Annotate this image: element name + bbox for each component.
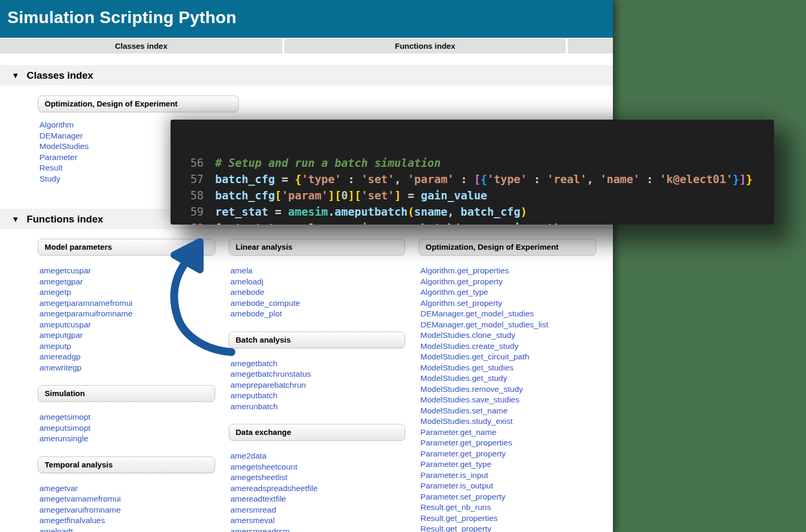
list-item: amegetparamnamefromui — [39, 298, 215, 309]
function-link[interactable]: amegetfinalvalues — [39, 516, 105, 525]
function-link[interactable]: ModelStudies.save_studies — [420, 395, 519, 404]
function-link[interactable]: amela — [230, 266, 252, 275]
function-link[interactable]: amegetbatch — [230, 359, 278, 368]
code-token: ameputbatch — [335, 206, 408, 218]
code-token: 0 — [341, 189, 348, 202]
tab-functions-index[interactable]: Functions index — [284, 39, 566, 54]
class-link[interactable]: Study — [39, 174, 60, 183]
function-link[interactable]: ModelStudies.study_exist — [420, 417, 513, 425]
code-token: ) — [521, 206, 527, 218]
function-link[interactable]: amepreparebatchrun — [230, 380, 306, 389]
function-link-list: amegetcusparamegetgparamegetpamegetparam… — [39, 265, 215, 373]
function-link[interactable]: amegetparamuifromname — [39, 309, 132, 318]
function-link[interactable]: Parameter.set_property — [420, 492, 505, 501]
function-link[interactable]: ModelStudies.get_study — [420, 374, 507, 382]
classes-group-header: Optimization, Design of Experiment — [38, 95, 239, 112]
function-link[interactable]: ame2data — [230, 451, 267, 460]
list-item: Algorithm.set_property — [420, 298, 596, 309]
function-link[interactable]: ameloadt — [39, 527, 73, 532]
function-link-list: amegetvaramegetvarnamefromuiamegetvaruif… — [39, 483, 215, 532]
list-item: amegetfinalvalues — [39, 515, 215, 526]
function-link[interactable]: Parameter.get_type — [420, 460, 491, 469]
function-link[interactable]: amereadgp — [39, 352, 80, 361]
function-link[interactable]: amereadspreadsheetfile — [230, 484, 317, 493]
list-item: ModelStudies.create_study — [420, 341, 596, 352]
function-link[interactable]: Parameter.get_properties — [420, 438, 512, 447]
class-link[interactable]: Parameter — [39, 153, 77, 162]
function-link[interactable]: amereadtextfile — [230, 494, 286, 503]
function-link[interactable]: amewritegp — [39, 363, 81, 372]
function-link[interactable]: ameputbatch — [230, 391, 278, 400]
class-link[interactable]: Result — [39, 163, 62, 172]
function-link[interactable]: Algorithm.get_property — [420, 277, 503, 286]
class-link[interactable]: Algorithm — [39, 120, 73, 129]
function-link[interactable]: amegetgpar — [39, 277, 83, 286]
collapse-triangle-icon[interactable]: ▼ — [12, 71, 19, 80]
function-link[interactable]: ModelStudies.remove_study — [420, 385, 523, 393]
list-item: Parameter — [39, 152, 89, 163]
code-line: 59ret_stat = amesim.ameputbatch(sname, b… — [178, 204, 774, 220]
list-item: ame2data — [230, 451, 405, 462]
function-link[interactable]: amerunsingle — [39, 434, 88, 443]
function-link[interactable]: amerunbatch — [230, 402, 278, 411]
function-link[interactable]: ameputgpar — [39, 331, 83, 339]
function-link[interactable]: Result.get_properties — [420, 514, 497, 523]
list-item: ModelStudies.save_studies — [420, 395, 596, 406]
function-link[interactable]: amegetsheetlist — [230, 473, 288, 482]
function-link[interactable]: Parameter.get_name — [420, 428, 496, 437]
function-link[interactable]: Parameter.is_output — [420, 481, 493, 490]
class-link[interactable]: DEManager — [39, 131, 83, 140]
function-link[interactable]: ameputp — [39, 342, 71, 350]
function-link[interactable]: amegetsimopt — [39, 412, 90, 421]
function-link[interactable]: amebode_plot — [230, 309, 282, 318]
list-item: Result.get_property — [420, 524, 596, 532]
function-link[interactable]: amebode — [230, 288, 264, 296]
function-link[interactable]: amegetvar — [39, 484, 78, 493]
function-link[interactable]: ameputsimopt — [39, 423, 90, 432]
function-link[interactable]: ModelStudies.get_studies — [420, 363, 514, 372]
function-link[interactable]: Algorithm.get_type — [420, 288, 488, 296]
function-link[interactable]: ModelStudies.get_circuit_path — [420, 352, 529, 361]
code-token: msg — [288, 222, 308, 225]
function-link[interactable]: DEManager.get_model_studies_list — [420, 320, 548, 329]
function-group-header: Model parameters — [38, 239, 215, 256]
function-link[interactable]: ameloadj — [230, 277, 263, 286]
function-link[interactable]: amegetcuspar — [39, 266, 91, 275]
function-link[interactable]: Algorithm.get_properties — [420, 266, 509, 275]
list-item: amegetvar — [39, 483, 215, 494]
function-group-title: Optimization, Design of Experiment — [426, 242, 558, 251]
function-link[interactable]: amersmread — [230, 505, 276, 514]
list-item: amegetcuspar — [39, 265, 215, 276]
code-token: 'type' — [301, 173, 341, 186]
code-token: : — [527, 173, 547, 186]
function-link[interactable]: amegetparamnamefromui — [39, 299, 132, 307]
code-token: [ — [275, 189, 282, 202]
function-link[interactable]: amegetp — [39, 288, 71, 296]
function-link[interactable]: amegetbatchrunstatus — [230, 369, 311, 378]
tab-classes-index[interactable]: Classes index — [0, 39, 282, 54]
function-link[interactable]: DEManager.get_model_studies — [420, 309, 534, 318]
function-link[interactable]: amebode_compute — [230, 299, 300, 307]
function-link[interactable]: ModelStudies.create_study — [420, 342, 518, 350]
collapse-triangle-icon[interactable]: ▼ — [12, 215, 19, 224]
function-link[interactable]: amersmreadrsm — [230, 527, 290, 532]
function-link[interactable]: amersmeval — [230, 516, 274, 525]
function-link[interactable]: amegetvaruifromname — [39, 505, 121, 514]
tab-tab-3[interactable] — [568, 39, 613, 54]
list-item: ModelStudies — [39, 141, 89, 152]
function-link[interactable]: amegetvarnamefromui — [39, 494, 121, 503]
function-link[interactable]: ameputcuspar — [39, 320, 91, 329]
function-link[interactable]: Result.get_property — [420, 524, 491, 532]
class-link[interactable]: ModelStudies — [39, 142, 89, 151]
function-link[interactable]: ModelStudies.clone_study — [420, 331, 515, 339]
function-link[interactable]: ModelStudies.set_name — [420, 406, 507, 415]
function-link[interactable]: Parameter.is_input — [420, 471, 488, 480]
classes-index-section-header[interactable]: ▼ Classes index — [0, 65, 613, 86]
list-item: ModelStudies.get_study — [420, 373, 596, 384]
code-token: [ — [474, 173, 481, 186]
function-link[interactable]: Parameter.get_property — [420, 449, 506, 458]
function-link[interactable]: amegetsheetcount — [230, 462, 298, 471]
code-token: : — [454, 173, 474, 186]
function-link[interactable]: Result.get_nb_runs — [420, 503, 491, 512]
function-link[interactable]: Algorithm.set_property — [420, 299, 502, 307]
